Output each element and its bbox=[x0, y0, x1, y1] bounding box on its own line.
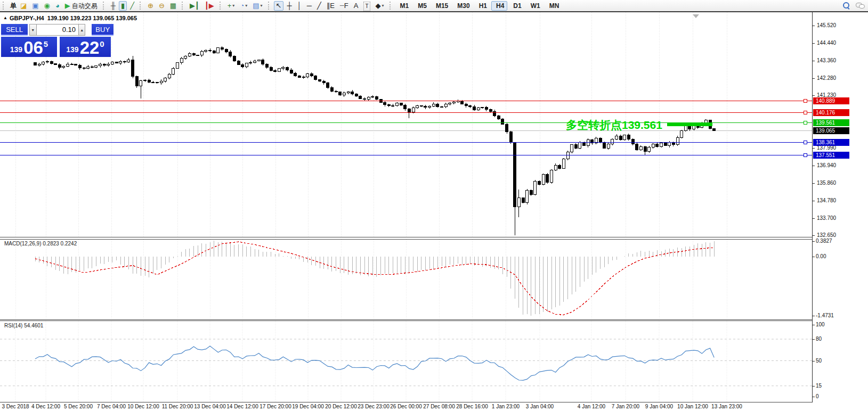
tf-m15[interactable]: M15 bbox=[431, 1, 451, 11]
x-axis-label: 10 Jan 12:00 bbox=[677, 404, 708, 409]
text-icon[interactable]: A bbox=[352, 1, 361, 11]
axis-tick bbox=[813, 26, 815, 26]
chart-ohlc-info: ▲GBPJPY-,H4 139.190 139.223 139.065 139.… bbox=[3, 15, 137, 21]
axis-tick bbox=[813, 386, 815, 387]
rsi-canvas[interactable] bbox=[0, 321, 812, 402]
buy-price-sup: 0 bbox=[100, 39, 104, 48]
chat-icon[interactable] bbox=[856, 2, 865, 9]
macd-signal-line bbox=[35, 242, 714, 315]
chart-shift-marker-icon[interactable] bbox=[693, 14, 699, 18]
rsi-line bbox=[35, 346, 714, 380]
x-axis-label: 19 Dec 04:00 bbox=[292, 404, 324, 409]
axis-tick bbox=[813, 43, 815, 44]
toolbar-right bbox=[842, 0, 865, 11]
x-axis-label: 26 Dec 00:00 bbox=[390, 404, 422, 409]
axis-tick bbox=[813, 316, 815, 316]
volume-increase-button[interactable]: ▲ bbox=[78, 24, 85, 36]
toolbar-group-zoom: ⊕⊖▦ bbox=[145, 1, 179, 11]
toolbar-group-scroll: ▶┃┃▶ bbox=[187, 1, 217, 11]
zoom-in-icon[interactable]: ⊕ bbox=[145, 1, 156, 11]
toolbar-grip bbox=[103, 2, 106, 10]
zoom-out-icon[interactable]: ⊖ bbox=[157, 1, 167, 11]
fibonacci-icon[interactable]: ┈F bbox=[338, 1, 351, 11]
x-axis-label: 13 Dec 04:00 bbox=[194, 404, 226, 409]
tile-windows-icon[interactable]: ▦ bbox=[168, 1, 179, 11]
toolbar-group-objects: +▾◔▾▤▾ bbox=[225, 1, 265, 11]
macd-indicator-label: MACD(12,26,9) 0.2823 0.2242 bbox=[4, 241, 77, 246]
indicators-icon[interactable]: +▾ bbox=[225, 1, 237, 11]
volume-input[interactable]: 0.10 bbox=[37, 24, 79, 36]
shapes-icon[interactable]: ◆▾ bbox=[374, 1, 386, 11]
toolbar-grip bbox=[140, 2, 143, 10]
panel-collapse-icon[interactable]: ▲ bbox=[3, 15, 7, 20]
sell-button[interactable]: SELL bbox=[1, 24, 28, 36]
x-axis-label: 14 Dec 12:00 bbox=[226, 404, 258, 409]
buy-button[interactable]: BUY bbox=[92, 24, 113, 36]
tf-m30[interactable]: M30 bbox=[452, 1, 473, 11]
volume-decrease-button[interactable]: ▼ bbox=[29, 24, 36, 36]
x-axis-label: 4 Jan 12:00 bbox=[578, 404, 605, 409]
price-level-badge: 140.176 bbox=[813, 109, 849, 116]
tf-m5[interactable]: M5 bbox=[413, 1, 430, 11]
sell-price[interactable]: 139 06 5 bbox=[1, 37, 57, 57]
tf-mn[interactable]: MN bbox=[545, 1, 563, 11]
x-axis-label: 23 Dec 23:00 bbox=[358, 404, 390, 409]
axis-tick bbox=[813, 361, 815, 361]
chart-window[interactable]: 145.520144.440143.360142.280141.230137.9… bbox=[0, 12, 868, 411]
axis-tick bbox=[813, 397, 815, 397]
price-tick-label: 136.940 bbox=[817, 162, 836, 168]
tf-d1[interactable]: D1 bbox=[508, 1, 524, 11]
bar-chart-icon[interactable]: ╫ bbox=[109, 1, 118, 11]
chart-upload-icon[interactable]: ▣ bbox=[30, 1, 40, 11]
macd-scale-label: 0.00 bbox=[816, 253, 826, 259]
buy-price-prefix: 139 bbox=[66, 45, 78, 54]
chart-shift-icon[interactable]: ┃▶ bbox=[202, 1, 216, 11]
x-axis-label: 20 Dec 12:00 bbox=[325, 404, 357, 409]
new-order-icon[interactable]: ◪ bbox=[18, 1, 29, 11]
toolbar-grip bbox=[390, 2, 393, 10]
x-axis-label: 7 Jan 20:00 bbox=[612, 404, 639, 409]
macd-canvas[interactable] bbox=[0, 240, 812, 319]
axis-tick bbox=[813, 257, 815, 257]
rsi-scale-label: 0 bbox=[816, 393, 819, 399]
templates-icon[interactable]: ▤▾ bbox=[250, 1, 264, 11]
trendline-icon[interactable]: ╱ bbox=[315, 1, 323, 11]
main-chart-canvas[interactable] bbox=[0, 12, 812, 237]
x-axis-label: 28 Dec 16:00 bbox=[456, 404, 488, 409]
sell-price-big: 06 bbox=[23, 40, 43, 56]
price-tick-label: 132.650 bbox=[817, 232, 836, 238]
signals-icon[interactable]: ◉ bbox=[42, 1, 52, 11]
channel-icon[interactable]: ∥E bbox=[325, 1, 337, 11]
search-icon[interactable] bbox=[842, 2, 850, 10]
cursor-icon[interactable]: ↖ bbox=[274, 1, 284, 11]
axis-tick bbox=[813, 95, 815, 96]
pane-divider[interactable] bbox=[0, 237, 868, 240]
x-axis-label: 10 Dec 12:00 bbox=[127, 404, 159, 409]
auto-scroll-icon[interactable]: ▶┃ bbox=[188, 1, 201, 11]
text-label-icon[interactable]: T bbox=[361, 2, 372, 11]
trend-annotation-text[interactable]: 多空转折点139.561 bbox=[566, 118, 662, 133]
price-level-badge: 139.561 bbox=[813, 119, 849, 126]
vertical-line-icon[interactable]: │ bbox=[295, 1, 304, 11]
rsi-scale-label: 15 bbox=[816, 383, 822, 389]
tf-w1[interactable]: W1 bbox=[526, 1, 543, 11]
tf-h1[interactable]: H1 bbox=[474, 1, 490, 11]
periods-icon[interactable]: ◔▾ bbox=[238, 1, 249, 11]
tf-h4[interactable]: H4 bbox=[491, 1, 507, 11]
autotrading-button[interactable]: ▶自动交易 bbox=[63, 1, 100, 11]
price-tick-label: 133.700 bbox=[817, 215, 836, 221]
metaeditor-icon[interactable]: ◕ bbox=[53, 1, 62, 11]
price-tick-label: 134.780 bbox=[817, 198, 836, 203]
crosshair-icon[interactable]: ┼ bbox=[285, 1, 294, 11]
buy-price[interactable]: 139 22 0 bbox=[60, 37, 111, 57]
axis-tick bbox=[813, 183, 815, 184]
horizontal-line-icon[interactable]: ─ bbox=[305, 1, 314, 11]
axis-tick bbox=[813, 241, 815, 242]
ohlc-values: 139.190 139.223 139.065 139.065 bbox=[47, 15, 137, 21]
pane-divider[interactable] bbox=[0, 319, 868, 321]
tf-m1[interactable]: M1 bbox=[395, 1, 412, 11]
macd-scale-label: 0.3827 bbox=[816, 238, 832, 244]
line-chart-icon[interactable]: ╱ bbox=[128, 1, 136, 11]
price-tick-label: 144.440 bbox=[817, 40, 836, 46]
candlestick-chart-icon[interactable]: ▮ bbox=[119, 1, 127, 11]
